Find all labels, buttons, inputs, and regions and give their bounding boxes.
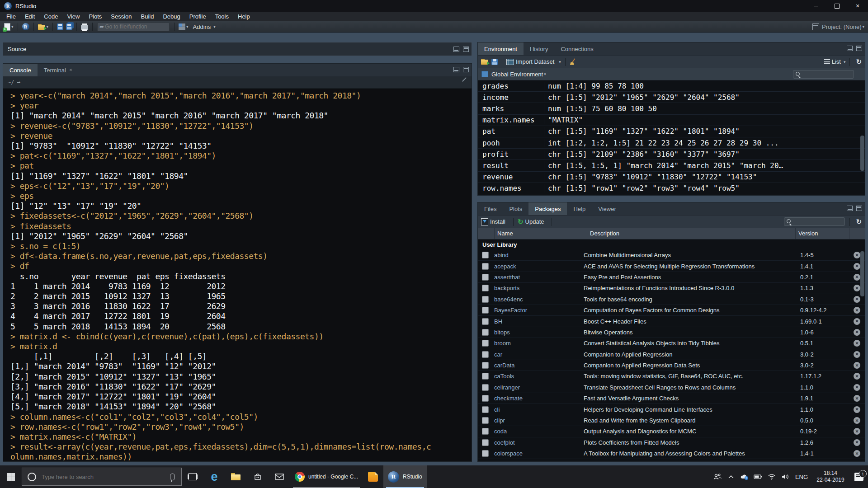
package-row[interactable]: carDataCompanion to Applied Regression D… xyxy=(478,360,865,371)
menu-debug[interactable]: Debug xyxy=(158,12,184,21)
taskbar-search[interactable] xyxy=(22,468,182,486)
file-explorer-button[interactable] xyxy=(225,465,247,488)
remove-package-icon[interactable]: ✕ xyxy=(854,406,860,413)
environment-variable-row[interactable]: resultchr [1:5, 1:5, 1] "march 2014" "ma… xyxy=(478,160,865,171)
minimize-pane-icon[interactable] xyxy=(847,206,853,211)
workspace-panes-button[interactable]: ▾ xyxy=(177,22,190,32)
remove-package-icon[interactable]: ✕ xyxy=(854,351,860,358)
remove-package-icon[interactable]: ✕ xyxy=(854,373,860,380)
environment-variable-row[interactable]: patchr [1:5] "1169" "1327" "1622" "1801"… xyxy=(478,126,865,137)
environment-scrollbar[interactable] xyxy=(860,136,864,171)
remove-package-icon[interactable]: ✕ xyxy=(854,296,860,303)
environment-scope-label[interactable]: Global Environment xyxy=(491,71,543,78)
taskbar-search-input[interactable] xyxy=(41,473,170,481)
remove-package-icon[interactable]: ✕ xyxy=(854,285,860,291)
new-project-button[interactable]: R xyxy=(21,22,31,32)
package-name[interactable]: checkmate xyxy=(494,395,584,402)
goto-directory-icon[interactable]: ➦ xyxy=(17,79,20,86)
environment-variable-row[interactable]: poohint [1:2, 1:2, 1:5] 21 22 23 24 25 2… xyxy=(478,137,865,149)
package-checkbox[interactable] xyxy=(482,373,489,380)
refresh-icon[interactable]: ↻ xyxy=(856,218,862,225)
package-name[interactable]: broom xyxy=(494,340,584,347)
save-button[interactable] xyxy=(56,22,65,32)
wifi-button[interactable] xyxy=(765,474,778,480)
people-button[interactable] xyxy=(711,473,724,480)
environment-variable-row[interactable]: incomechr [1:5] "2012" "1965" "2629" "26… xyxy=(478,92,865,103)
load-workspace-button[interactable] xyxy=(480,57,490,67)
column-description[interactable]: Description xyxy=(587,228,796,239)
package-checkbox[interactable] xyxy=(482,417,489,424)
package-row[interactable]: colorspaceA Toolbox for Manipulating and… xyxy=(478,448,865,459)
goto-file-function[interactable]: ➦ xyxy=(97,23,170,31)
package-row[interactable]: caToolsTools: moving window statistics, … xyxy=(478,371,865,382)
package-checkbox[interactable] xyxy=(482,296,489,303)
remove-package-icon[interactable]: ✕ xyxy=(854,384,860,391)
packages-scrollbar[interactable] xyxy=(860,251,864,296)
remove-package-icon[interactable]: ✕ xyxy=(854,362,860,369)
tab-console[interactable]: Console xyxy=(3,64,38,76)
mail-button[interactable] xyxy=(269,465,290,488)
tab-environment[interactable]: Environment xyxy=(478,42,524,55)
column-version[interactable]: Version xyxy=(796,228,849,239)
maximize-pane-icon[interactable] xyxy=(463,47,469,52)
package-row[interactable]: bitopsBitwise Operations1.0-6✕ xyxy=(478,327,865,338)
tab-history[interactable]: History xyxy=(524,42,554,55)
maximize-button[interactable] xyxy=(826,0,847,12)
remove-package-icon[interactable]: ✕ xyxy=(854,439,860,446)
install-button[interactable]: Install xyxy=(480,217,510,227)
restore-pane-icon[interactable] xyxy=(453,47,459,52)
package-row[interactable]: BHBoost C++ Header Files1.69.0-1✕ xyxy=(478,316,865,327)
column-name[interactable]: Name xyxy=(495,228,587,239)
rstudio-window-button[interactable]: R RStudio xyxy=(383,465,427,488)
package-checkbox[interactable] xyxy=(482,406,489,413)
remove-package-icon[interactable]: ✕ xyxy=(854,263,860,270)
remove-package-icon[interactable]: ✕ xyxy=(854,318,860,325)
environment-variable-row[interactable]: row.nameschr [1:5] "row1" "row2" "row3" … xyxy=(478,183,865,194)
store-button[interactable] xyxy=(247,465,269,488)
package-checkbox[interactable] xyxy=(482,428,489,435)
new-file-button[interactable]: + ▾ xyxy=(3,22,15,32)
edge-button[interactable]: e xyxy=(203,465,225,488)
orange-app-button[interactable] xyxy=(363,465,383,488)
package-name[interactable]: BH xyxy=(494,318,584,325)
environment-variable-row[interactable]: matrix.names"MATRIX" xyxy=(478,115,865,126)
task-view-button[interactable] xyxy=(182,465,203,488)
package-name[interactable]: cli xyxy=(494,406,584,413)
remove-package-icon[interactable]: ✕ xyxy=(854,329,860,336)
package-row[interactable]: acepackACE and AVAS for Selecting Multip… xyxy=(478,261,865,272)
package-row[interactable]: base64encTools for base64 encoding0.1-3✕ xyxy=(478,294,865,305)
import-dataset-button[interactable]: Import Dataset ▾ xyxy=(505,57,562,67)
print-button[interactable] xyxy=(80,22,90,32)
package-row[interactable]: checkmateFast and Versatile Argument Che… xyxy=(478,393,865,404)
package-row[interactable]: carCompanion to Applied Regression3.0-2✕ xyxy=(478,349,865,360)
console-resize-icon[interactable] xyxy=(462,77,467,82)
open-file-button[interactable]: ▾ xyxy=(37,22,50,32)
package-name[interactable]: acepack xyxy=(494,263,584,270)
maximize-pane-icon[interactable] xyxy=(856,206,862,211)
package-checkbox[interactable] xyxy=(482,329,489,336)
package-row[interactable]: cellrangerTranslate Spreadsheet Cell Ran… xyxy=(478,382,865,393)
package-name[interactable]: car xyxy=(494,351,584,358)
remove-package-icon[interactable]: ✕ xyxy=(854,307,860,314)
package-name[interactable]: bitops xyxy=(494,329,584,336)
package-checkbox[interactable] xyxy=(482,263,489,270)
package-checkbox[interactable] xyxy=(482,307,489,314)
package-checkbox[interactable] xyxy=(482,351,489,358)
remove-package-icon[interactable]: ✕ xyxy=(854,340,860,347)
console-output[interactable]: > year<-c("march 2014","march 2015","mar… xyxy=(3,88,472,461)
package-name[interactable]: coefplot xyxy=(494,439,584,446)
package-row[interactable]: codaOutput Analysis and Diagnostics for … xyxy=(478,426,865,437)
menu-plots[interactable]: Plots xyxy=(84,12,106,21)
package-checkbox[interactable] xyxy=(482,384,489,391)
package-name[interactable]: coda xyxy=(494,428,584,435)
package-checkbox[interactable] xyxy=(482,439,489,446)
minimize-pane-icon[interactable] xyxy=(847,46,853,51)
tab-plots[interactable]: Plots xyxy=(503,202,528,215)
package-checkbox[interactable] xyxy=(482,318,489,325)
action-center-button[interactable]: 1 xyxy=(850,473,868,481)
environment-search-input[interactable] xyxy=(801,71,852,78)
refresh-icon[interactable]: ↻ xyxy=(856,58,862,65)
project-menu[interactable]: Project: (None) ▾ xyxy=(812,23,864,30)
environment-variable-row[interactable]: profitchr [1:5] "2109" "2386" "3160" "33… xyxy=(478,149,865,160)
package-row[interactable]: BayesFactorComputation of Bayes Factors … xyxy=(478,305,865,316)
